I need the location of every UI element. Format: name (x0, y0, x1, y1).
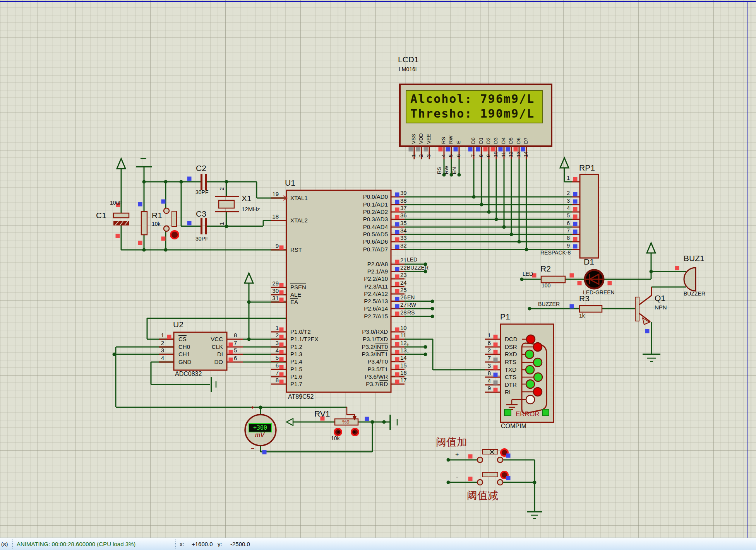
sheet-border-top (0, 1, 756, 2)
status-x-label: x: (180, 541, 184, 547)
compim-pin-name: RI (505, 389, 511, 395)
u1-pin-name: P0.0/AD0 (314, 194, 388, 200)
label: C3 (196, 210, 206, 218)
compim-pin-number: 4 (485, 378, 491, 384)
voltmeter-value: +300 (253, 424, 267, 431)
label: U1 (285, 179, 295, 187)
label: 30PF (195, 190, 208, 195)
status-message: ANIMATING: 00:00:28.600000 (CPU load 3%) (17, 541, 135, 547)
label: LED (407, 257, 417, 262)
lcd-pin-name: VEE (426, 134, 431, 144)
u1-pin-name: P2.0/A8 (314, 261, 388, 267)
lcd-pin-name: D6 (516, 137, 521, 144)
lcd-pin-name: D2 (486, 137, 491, 144)
compim-pin-name: DSR (505, 344, 517, 350)
lcd-pin-number: 1 (411, 154, 416, 157)
label: BUZ1 (684, 254, 705, 262)
label: C1 (96, 211, 106, 219)
voltmeter-unit: mV (255, 432, 264, 438)
text-layer: Alcohol: 796m9/L Thresho: 190m9/L +300 L… (0, 0, 756, 538)
u1-pin-name: P3.4/T0 (314, 359, 388, 364)
lcd-pin-name: D0 (471, 137, 476, 144)
label: 2 (219, 187, 225, 190)
status-separator[interactable] (175, 540, 176, 548)
rp1-pin-number: 6 (564, 220, 570, 226)
u1-pin-number: 34 (400, 227, 407, 233)
u1-pin-name: P0.3/AD3 (314, 216, 388, 222)
lcd-pin-name: D3 (493, 137, 498, 144)
label: 阈值加 (436, 437, 467, 448)
status-separator[interactable] (12, 540, 13, 548)
u1-pin-name: P1.5 (290, 366, 302, 372)
u1-pin-number: 9 (262, 243, 279, 249)
label: 1k (579, 313, 585, 318)
label: U2 (173, 320, 183, 328)
u1-pin-name: P1.6 (290, 374, 302, 379)
u1-pin-number: 19 (262, 191, 279, 197)
lcd-pin-name: D1 (478, 137, 483, 144)
u1-pin-name: P1.2 (290, 344, 302, 350)
label: %9 (342, 419, 350, 424)
u1-pin-name: P3.3/INT1 (314, 351, 388, 357)
u1-pin-name: P2.3/A11 (314, 284, 388, 289)
label: RESPACK-8 (540, 250, 571, 255)
u2-pin-number: 4 (154, 355, 164, 361)
u2-pin-number: 2 (154, 340, 164, 346)
u1-pin-number: 8 (262, 377, 279, 383)
sheet-border-right (747, 1, 747, 538)
status-x-value: +1600.0 (192, 541, 213, 547)
lcd-pin-number: 3 (426, 154, 431, 157)
rp1-pin-number: 8 (564, 235, 570, 241)
label: 30PF (195, 236, 208, 241)
u1-pin-name: P2.7/A15 (314, 313, 388, 319)
u1-pin-number: 16 (400, 370, 407, 376)
label: 12MHz (242, 206, 260, 212)
lcd-pin-number: 6 (456, 154, 461, 157)
label: NPN (655, 304, 667, 310)
u1-pin-number: 6 (262, 362, 279, 368)
u1-pin-name: P3.6/WR (314, 374, 388, 379)
rp1-pin-number: 7 (564, 228, 570, 233)
u1-pin-name: P3.1/TXD (314, 336, 388, 342)
label: COMPIM (501, 423, 526, 429)
label: RW (407, 302, 416, 307)
u1-pin-number: 2 (262, 332, 279, 338)
u2-pin-number: 1 (154, 332, 164, 338)
rp1-pin-number: 5 (564, 213, 570, 218)
schematic-canvas[interactable]: Alcohol: 796m9/L Thresho: 190m9/L +300 L… (0, 0, 756, 538)
u1-pin-number: 22 (400, 265, 407, 270)
u1-pin-number: 27 (400, 302, 407, 307)
u2-pin-number: 6 (234, 355, 237, 361)
status-left: (s) (1, 541, 8, 547)
label: LM016L (399, 67, 418, 72)
lcd-pin-name: VSS (411, 134, 416, 144)
u1-pin-name: P3.7/RD (314, 381, 388, 387)
label: LED (523, 271, 533, 277)
u2-pin-number: 8 (234, 332, 237, 338)
lcd-line1: Alcohol: 796m9/L (410, 93, 535, 105)
u1-pin-number: 21 (400, 257, 407, 263)
lcd-pin-number: 12 (508, 152, 513, 157)
label: D1 (584, 258, 594, 266)
u1-pin-name: P3.0/RXD (314, 329, 388, 335)
u1-pin-number: 10 (400, 325, 407, 331)
u1-pin-name: P0.1/AD1 (314, 202, 388, 207)
label: + (251, 405, 254, 411)
u1-pin-number: 39 (400, 190, 407, 196)
label: 1 (219, 222, 225, 225)
lcd-screen[interactable]: Alcohol: 796m9/L Thresho: 190m9/L (406, 90, 543, 123)
status-y-value: -2500.0 (230, 541, 250, 547)
u2-pin-number: 7 (234, 340, 237, 346)
u1-pin-name: XTAL2 (290, 217, 308, 223)
label: - (456, 474, 458, 480)
u1-pin-name: XTAL1 (290, 195, 308, 201)
label: RP1 (579, 164, 595, 172)
u1-pin-number: 32 (400, 243, 407, 248)
u1-pin-number: 33 (400, 235, 407, 241)
label: EN (407, 295, 415, 300)
u1-pin-name: P2.6/A14 (314, 306, 388, 311)
label: - (407, 349, 409, 355)
compim-pin-name: DTR (505, 382, 517, 388)
lcd-pin-number: 8 (478, 154, 483, 157)
rp1-pin-number: 4 (564, 205, 570, 211)
